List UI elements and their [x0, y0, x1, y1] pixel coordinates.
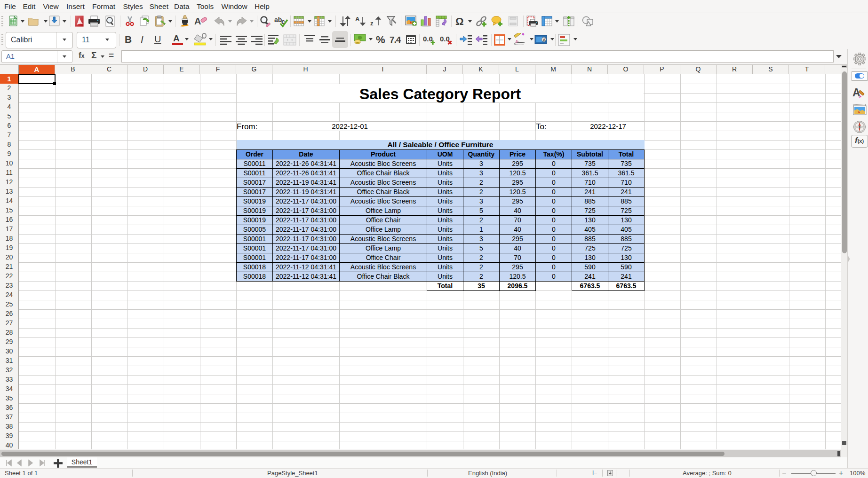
svg-text:A: A — [194, 16, 201, 26]
svg-text:A: A — [543, 38, 546, 42]
svg-text:A: A — [355, 16, 360, 23]
svg-text:ab: ab — [274, 16, 282, 24]
svg-text:Ω: Ω — [455, 16, 464, 27]
svg-text:A: A — [173, 33, 180, 43]
svg-text:z: z — [370, 20, 374, 27]
svg-text:0.0: 0.0 — [423, 35, 433, 43]
